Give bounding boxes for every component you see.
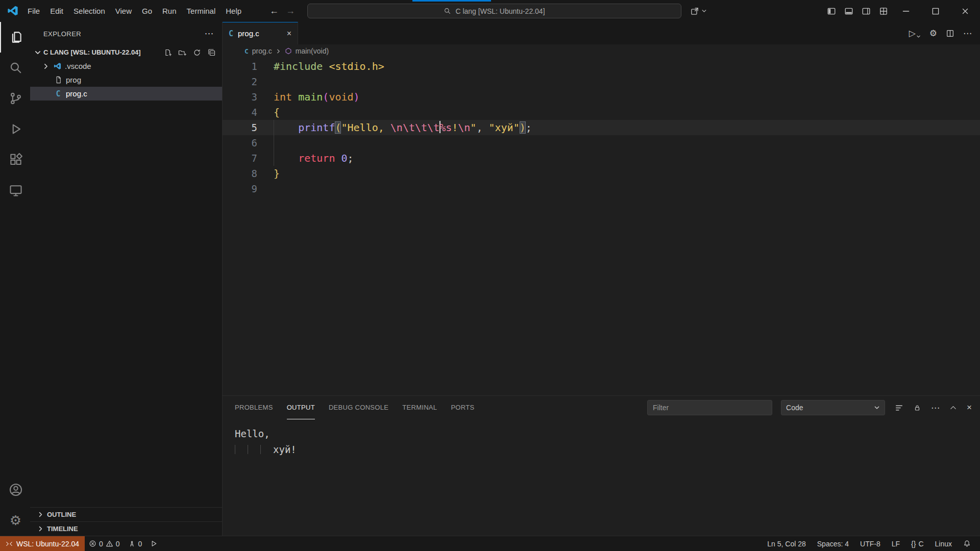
- code-line[interactable]: 5 printf("Hello, \n\t\t\t%s!\n", "хуй");: [223, 120, 980, 135]
- output-line: Hello,: [235, 426, 980, 442]
- close-tab-icon[interactable]: ×: [287, 29, 291, 38]
- new-file-icon[interactable]: [163, 48, 172, 57]
- warning-icon: [106, 540, 113, 547]
- chevron-down-icon: [874, 405, 880, 411]
- tree-item-vscode[interactable]: .vscode: [30, 59, 222, 73]
- chevron-right-icon: [37, 525, 44, 532]
- extensions-icon[interactable]: [0, 144, 30, 175]
- code-editor[interactable]: 1#include <stdio.h>23int main(void)4{5 p…: [223, 58, 980, 395]
- menu-item-help[interactable]: Help: [220, 4, 247, 18]
- minimize-button[interactable]: [891, 0, 921, 22]
- back-arrow-icon[interactable]: ←: [270, 6, 279, 16]
- ports-status[interactable]: 0: [124, 536, 146, 551]
- code-line[interactable]: 9: [223, 181, 980, 196]
- source-control-icon[interactable]: [0, 83, 30, 114]
- forward-arrow-icon[interactable]: →: [286, 6, 295, 16]
- breadcrumb-file[interactable]: prog.c: [252, 47, 272, 55]
- play-icon: ▷: [909, 28, 916, 39]
- radio-tower-icon: [128, 540, 136, 547]
- menu-item-go[interactable]: Go: [137, 4, 157, 18]
- chevron-right-icon: [42, 63, 50, 70]
- problems-status[interactable]: 0 0: [85, 536, 124, 551]
- chevron-down-icon[interactable]: [701, 8, 707, 14]
- output-channel-select[interactable]: Code: [781, 400, 885, 415]
- refresh-icon[interactable]: [193, 48, 201, 57]
- close-window-button[interactable]: [950, 0, 980, 22]
- tree-item-label: prog: [66, 76, 81, 84]
- menu-item-file[interactable]: File: [22, 4, 45, 18]
- tab-prog-c[interactable]: C prog.c ×: [223, 22, 298, 44]
- settings-gear-icon[interactable]: ⚙: [0, 505, 30, 536]
- title-bar: File Edit Selection View Go Run Terminal…: [0, 0, 980, 22]
- file-tree: .vscode prog C prog.c: [30, 59, 222, 101]
- more-actions-icon[interactable]: ⋯: [963, 28, 972, 39]
- bottom-panel: PROBLEMS OUTPUT DEBUG CONSOLE TERMINAL P…: [223, 395, 980, 536]
- lock-icon[interactable]: [913, 404, 921, 412]
- code-line[interactable]: 3int main(void): [223, 89, 980, 105]
- menu-item-edit[interactable]: Edit: [45, 4, 68, 18]
- symbol-method-icon: [285, 47, 292, 55]
- tree-item-prog-c[interactable]: C prog.c: [30, 87, 222, 101]
- more-actions-icon[interactable]: ⋯: [931, 403, 940, 413]
- tab-problems[interactable]: PROBLEMS: [235, 396, 273, 419]
- tab-label: prog.c: [238, 29, 259, 38]
- timeline-section[interactable]: TIMELINE: [30, 521, 222, 536]
- code-line[interactable]: 2: [223, 74, 980, 89]
- close-panel-icon[interactable]: ×: [967, 403, 972, 413]
- search-sidebar-icon[interactable]: [0, 53, 30, 83]
- outline-section[interactable]: OUTLINE: [30, 507, 222, 521]
- more-actions-icon[interactable]: ⋯: [205, 28, 214, 39]
- run-debug-icon[interactable]: [0, 114, 30, 144]
- c-file-icon: C: [54, 89, 63, 98]
- tab-ports[interactable]: PORTS: [451, 396, 474, 419]
- debug-status-icon[interactable]: [146, 536, 162, 551]
- remote-explorer-icon[interactable]: [0, 175, 30, 206]
- tab-terminal[interactable]: TERMINAL: [402, 396, 437, 419]
- settings-gear-icon[interactable]: ⚙: [929, 28, 937, 39]
- menu-item-selection[interactable]: Selection: [68, 4, 110, 18]
- encoding-status[interactable]: UTF-8: [857, 540, 884, 548]
- code-line[interactable]: 6: [223, 135, 980, 151]
- collapse-all-icon[interactable]: [208, 48, 216, 57]
- explorer-icon[interactable]: [0, 22, 30, 53]
- menu-item-terminal[interactable]: Terminal: [182, 4, 221, 18]
- filter-input[interactable]: [647, 400, 772, 415]
- remote-indicator[interactable]: WSL: Ubuntu-22.04: [0, 536, 85, 551]
- code-line[interactable]: 8}: [223, 166, 980, 181]
- eol-status[interactable]: LF: [889, 540, 903, 548]
- titlebar-progress-bar: [412, 0, 491, 2]
- tab-output[interactable]: OUTPUT: [287, 396, 315, 419]
- customize-layout-icon[interactable]: [879, 7, 888, 16]
- toggle-sidebar-icon[interactable]: [827, 7, 836, 16]
- open-window-icon[interactable]: [690, 7, 699, 16]
- run-file-button[interactable]: ▷: [909, 28, 921, 39]
- code-line[interactable]: 7 return 0;: [223, 151, 980, 166]
- account-icon[interactable]: [0, 474, 30, 505]
- folder-section-label: C LANG [WSL: UBUNTU-22.04]: [43, 48, 141, 56]
- toggle-panel-icon[interactable]: [844, 7, 853, 16]
- toggle-secondary-sidebar-icon[interactable]: [862, 7, 871, 16]
- maximize-panel-icon[interactable]: [949, 404, 957, 412]
- code-line[interactable]: 4{: [223, 105, 980, 120]
- os-status[interactable]: Linux: [932, 540, 955, 548]
- cursor-position-status[interactable]: Ln 5, Col 28: [764, 540, 809, 548]
- new-folder-icon[interactable]: [178, 48, 186, 57]
- notifications-bell-icon[interactable]: [960, 540, 974, 547]
- menu-bar: File Edit Selection View Go Run Terminal…: [22, 0, 247, 22]
- indentation-status[interactable]: Spaces: 4: [814, 540, 852, 548]
- c-file-icon: C: [229, 29, 233, 38]
- code-line[interactable]: 1#include <stdio.h>: [223, 59, 980, 74]
- command-center[interactable]: C lang [WSL: Ubuntu-22.04]: [307, 4, 681, 18]
- tab-debug-console[interactable]: DEBUG CONSOLE: [329, 396, 388, 419]
- folder-section-header[interactable]: C LANG [WSL: UBUNTU-22.04]: [30, 45, 222, 59]
- clear-output-icon[interactable]: [895, 404, 903, 412]
- language-mode-status[interactable]: {} C: [908, 540, 926, 548]
- split-editor-icon[interactable]: [946, 29, 954, 38]
- breadcrumb-symbol[interactable]: main(void): [296, 47, 329, 55]
- maximize-button[interactable]: [921, 0, 950, 22]
- menu-item-view[interactable]: View: [110, 4, 137, 18]
- tree-item-prog[interactable]: prog: [30, 73, 222, 87]
- remote-icon: [6, 540, 13, 547]
- output-content: Hello,хуй!: [223, 419, 980, 458]
- menu-item-run[interactable]: Run: [157, 4, 182, 18]
